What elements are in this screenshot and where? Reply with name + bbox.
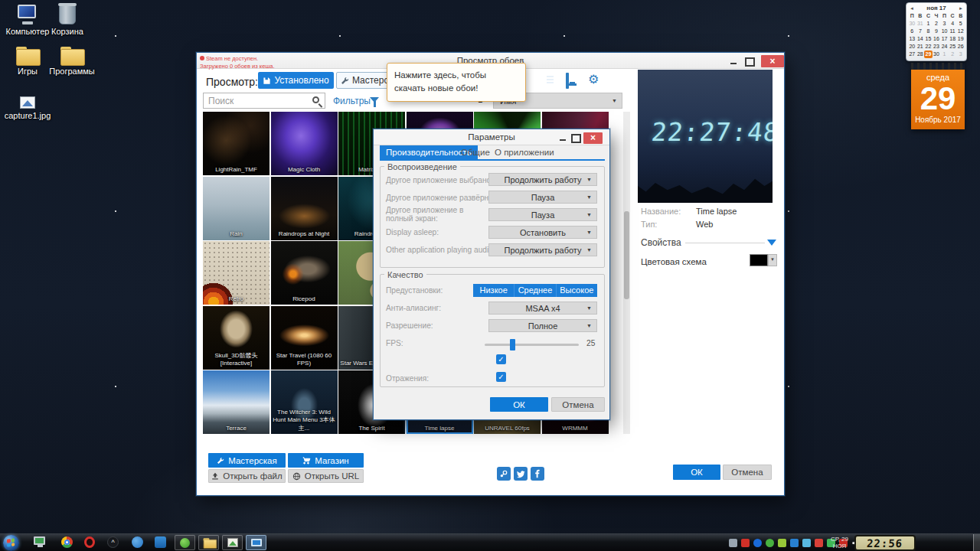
wallpaper-thumbnail[interactable]: Star Travel (1080 60 FPS) [271,306,338,370]
steam-icon[interactable] [497,467,511,481]
open-url-button[interactable]: Открыть URL [288,469,364,483]
treeline-silhouette [638,163,773,203]
show-desktop-button[interactable] [973,534,980,551]
taskbar-app-dark-icon[interactable]: ^ [107,536,119,549]
status-steam-unavailable: Steam не доступен. [206,55,258,63]
gear-icon[interactable] [588,73,599,86]
dialog-close-button[interactable] [583,132,603,144]
minimize-button[interactable] [727,56,740,67]
taskbar-utorrent-button[interactable] [175,535,195,550]
dialog-cancel-button[interactable]: Отмена [551,397,605,412]
maximize-button[interactable] [743,56,756,67]
open-file-button[interactable]: Открыть файл [208,469,286,483]
tray-bluetooth-icon[interactable] [753,539,762,547]
display-asleep-dropdown[interactable]: Остановить [488,226,597,239]
wallpaper-thumbnail[interactable]: LightRain_TMF [203,112,270,175]
wallpaper-thumbnail[interactable]: Retro [203,241,270,305]
taskbar-app-blue-square-icon[interactable] [155,536,167,549]
view-label: Просмотр: [206,76,258,88]
grid-scrollbar[interactable] [623,112,630,434]
desktop-icon-label: Корзина [51,27,83,36]
tab-about[interactable]: О приложении [488,145,560,159]
tray-icon[interactable] [729,539,737,547]
app-maximized-dropdown[interactable]: Пауза [488,191,597,204]
wallpaper-thumbnail[interactable]: Raindrops at Night [271,177,338,240]
tray-icon[interactable] [790,539,799,547]
display-asleep-value: Остановить [520,228,566,237]
preset-medium-button[interactable]: Среднее [514,284,556,297]
desktop-icon-programs[interactable]: Программы [40,47,104,76]
calendar-day: 12 [956,28,965,35]
antialiasing-dropdown[interactable]: MSAA x4 [488,302,597,315]
dialog-titlebar[interactable]: Параметры [374,129,609,145]
search-input[interactable] [203,93,325,109]
preset-high-button[interactable]: Высокое [557,284,597,297]
color-scheme-swatch[interactable] [750,254,768,266]
wallpaper-thumbnail[interactable]: Terrace [203,370,270,434]
desktop-icon-recycle-bin[interactable]: Корзина [40,5,95,36]
wallpaper-title: WRMMM [544,425,607,432]
properties-header: Свойства [641,237,681,248]
tray-utorrent-icon[interactable] [766,539,774,547]
taskbar-explorer-button[interactable] [198,535,219,550]
wallpaper-thumbnail[interactable]: Ricepod [271,241,338,305]
app-selected-dropdown[interactable]: Продолжить работу [488,173,597,186]
app-fullscreen-dropdown[interactable]: Пауза [488,208,597,221]
tab-installed[interactable]: Установлено [258,72,334,89]
taskbar-display-icon[interactable] [34,536,46,549]
calendar-prev-icon[interactable] [910,6,914,11]
cancel-button-label: Отмена [731,468,763,477]
cart-icon [302,457,311,465]
desktop-icon-capture1[interactable]: capture1.jpg [0,96,60,120]
filter-funnel-icon[interactable] [370,97,379,103]
dialog-minimize-button[interactable] [557,132,568,143]
postprocessing-checkbox[interactable] [496,354,506,364]
preset-low-button[interactable]: Низкое [473,284,514,297]
resolution-dropdown[interactable]: Полное [488,319,597,332]
start-button[interactable] [3,535,19,551]
cancel-button[interactable]: Отмена [723,465,772,480]
calendar-day: 16 [933,35,941,43]
tray-date-month: НОЯ [831,543,848,549]
tray-icon[interactable] [802,539,811,547]
tray-icon[interactable] [741,539,750,547]
collapse-properties-icon[interactable] [767,240,776,246]
twitter-icon[interactable] [514,467,528,481]
workshop-button[interactable]: Мастерская [208,453,286,468]
taskbar-app-blue-circle-icon[interactable] [132,536,144,549]
spiral-binding [911,63,965,70]
other-audio-label: Other application playing audio: [386,246,495,254]
tab-installed-label: Установлено [274,75,328,86]
taskbar-wallpaper-engine-button[interactable] [246,535,266,550]
download-wallpapers-tooltip: Нажмите здесь, чтобы скачать новые обои! [387,63,526,102]
taskbar-photo-app-button[interactable] [222,535,243,550]
wallpaper-thumbnail[interactable]: Skull_3D骷髅头 [Interactive] [203,306,270,370]
fps-label: FPS: [386,339,403,347]
dialog-maximize-button[interactable] [570,132,581,143]
wallpaper-title: LightRain_TMF [204,166,268,174]
taskbar-chrome-icon[interactable] [61,536,74,549]
color-scheme-dropdown[interactable] [768,254,777,266]
filters-link[interactable]: Фильтры [333,96,371,106]
fps-slider-track[interactable] [485,344,579,346]
wallpaper-thumbnail[interactable]: Rain [203,177,270,240]
wallpaper-thumbnail[interactable]: Magic Cloth [271,112,338,175]
reflections-checkbox[interactable] [496,372,506,382]
facebook-icon[interactable] [531,467,544,481]
wallpaper-thumbnail[interactable]: The Witcher 3: Wild Hunt Main Menu 3本体主.… [271,370,338,434]
calendar-next-icon[interactable] [959,6,963,11]
tray-icon[interactable] [778,539,786,547]
dialog-ok-button[interactable]: ОК [490,397,548,412]
displays-icon[interactable] [566,74,569,88]
ok-button-label: ОК [691,468,703,477]
tray-date[interactable]: СР, 29 НОЯ [831,536,848,549]
tray-clock[interactable]: 22:56 [854,535,916,551]
ok-button[interactable]: ОК [673,465,720,480]
store-button[interactable]: Магазин [288,453,364,468]
close-button[interactable] [761,55,784,67]
fps-slider-handle[interactable] [510,339,515,350]
taskbar-opera-icon[interactable] [84,536,96,549]
antialiasing-value: MSAA x4 [525,304,560,313]
other-audio-dropdown[interactable]: Продолжить работу [488,243,597,256]
tray-icon[interactable] [815,539,823,547]
